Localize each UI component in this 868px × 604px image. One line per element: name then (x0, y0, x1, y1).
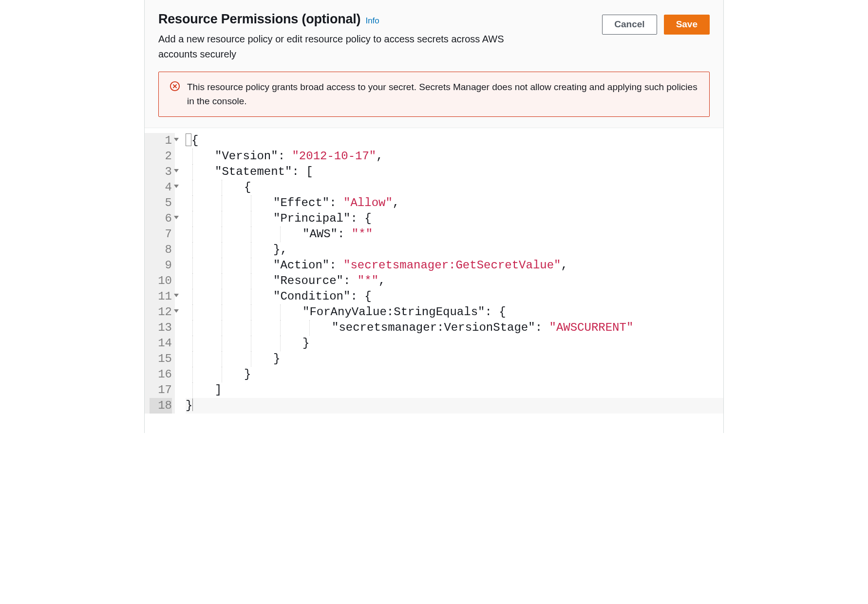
json-punct: { (191, 134, 198, 147)
json-string: "Allow" (343, 196, 393, 209)
cursor-box (186, 133, 191, 146)
json-string: "secretsmanager:GetSecretValue" (343, 259, 561, 272)
json-key: "Principal" (273, 212, 350, 225)
json-punct: : (343, 274, 358, 287)
json-key: "ForAnyValue:StringEquals" (302, 305, 485, 319)
panel: Resource Permissions (optional) Info Add… (144, 0, 724, 433)
code-line[interactable]: "Principal": { (186, 211, 723, 226)
panel-header: Resource Permissions (optional) Info Add… (145, 0, 723, 128)
panel-title: Resource Permissions (optional) (158, 12, 360, 27)
code-line[interactable]: ] (186, 382, 723, 398)
json-key: "AWS" (302, 227, 338, 241)
json-punct: } (244, 368, 251, 381)
code-line[interactable]: "Statement": [ (186, 164, 723, 180)
json-key: "Resource" (273, 274, 343, 287)
json-punct: : { (485, 305, 506, 319)
json-punct: { (244, 181, 251, 194)
editor-code[interactable]: {"Version": "2012-10-17","Statement": [{… (175, 133, 723, 414)
json-punct: , (393, 196, 399, 209)
editor-gutter: 123456789101112131415161718 (145, 133, 175, 414)
json-key: "Statement" (215, 165, 292, 178)
text-cursor (192, 398, 193, 411)
json-punct: : { (350, 290, 371, 303)
cancel-button[interactable]: Cancel (602, 15, 657, 35)
save-button[interactable]: Save (664, 15, 710, 35)
code-line[interactable]: { (186, 133, 723, 149)
json-key: "Action" (273, 259, 329, 272)
json-punct: } (186, 399, 192, 412)
json-string: "*" (358, 274, 378, 287)
action-buttons: Cancel Save (602, 12, 710, 35)
json-string: "*" (352, 227, 373, 241)
json-punct: } (273, 352, 280, 365)
gutter-line: 17 (150, 382, 172, 398)
gutter-line: 3 (150, 164, 172, 180)
gutter-line: 7 (150, 226, 172, 242)
error-alert: This resource policy grants broad access… (158, 72, 710, 117)
json-string: "AWSCURRENT" (549, 321, 633, 334)
code-line[interactable]: "Effect": "Allow", (186, 195, 723, 211)
panel-subtitle: Add a new resource policy or edit resour… (158, 32, 519, 62)
code-line[interactable]: } (186, 336, 723, 351)
code-line[interactable]: } (186, 351, 723, 367)
json-punct: : (329, 259, 343, 272)
code-line[interactable]: "Condition": { (186, 289, 723, 304)
code-line[interactable]: "Version": "2012-10-17", (186, 149, 723, 164)
json-key: "secretsmanager:VersionStage" (332, 321, 535, 334)
info-link[interactable]: Info (365, 16, 379, 26)
gutter-line: 8 (150, 242, 172, 258)
code-line[interactable]: } (186, 367, 723, 382)
json-punct: : [ (292, 165, 313, 178)
json-punct: : (278, 150, 292, 163)
gutter-line: 16 (150, 367, 172, 382)
json-punct: , (376, 150, 383, 163)
code-line[interactable]: "Action": "secretsmanager:GetSecretValue… (186, 258, 723, 273)
json-punct: : { (350, 212, 371, 225)
code-line[interactable]: "ForAnyValue:StringEquals": { (186, 304, 723, 320)
gutter-line: 2 (150, 149, 172, 164)
json-key: "Effect" (273, 196, 329, 209)
code-line[interactable]: "Resource": "*", (186, 273, 723, 289)
json-punct: : (535, 321, 549, 334)
gutter-line: 15 (150, 351, 172, 367)
gutter-line: 18 (150, 398, 172, 414)
json-punct: , (561, 259, 568, 272)
json-key: "Condition" (273, 290, 350, 303)
json-punct: : (338, 227, 352, 241)
gutter-line: 1 (150, 133, 172, 149)
gutter-line: 10 (150, 273, 172, 289)
gutter-line: 11 (150, 289, 172, 304)
json-punct: ] (215, 383, 222, 396)
code-line[interactable]: { (186, 180, 723, 195)
gutter-line: 14 (150, 336, 172, 351)
json-key: "Version" (215, 150, 278, 163)
json-punct: } (302, 337, 309, 350)
code-line[interactable]: }, (186, 242, 723, 258)
error-icon (170, 81, 180, 92)
json-punct: , (378, 274, 385, 287)
code-line[interactable]: "AWS": "*" (186, 226, 723, 242)
code-line[interactable]: } (186, 398, 723, 414)
gutter-line: 5 (150, 195, 172, 211)
gutter-line: 12 (150, 304, 172, 320)
error-message: This resource policy grants broad access… (187, 80, 698, 109)
policy-editor[interactable]: 123456789101112131415161718 {"Version": … (145, 128, 723, 433)
gutter-line: 9 (150, 258, 172, 273)
gutter-line: 13 (150, 320, 172, 336)
code-line[interactable]: "secretsmanager:VersionStage": "AWSCURRE… (186, 320, 723, 336)
json-punct: }, (273, 243, 287, 256)
gutter-line: 4 (150, 180, 172, 195)
json-punct: : (329, 196, 343, 209)
gutter-line: 6 (150, 211, 172, 226)
json-string: "2012-10-17" (292, 150, 376, 163)
